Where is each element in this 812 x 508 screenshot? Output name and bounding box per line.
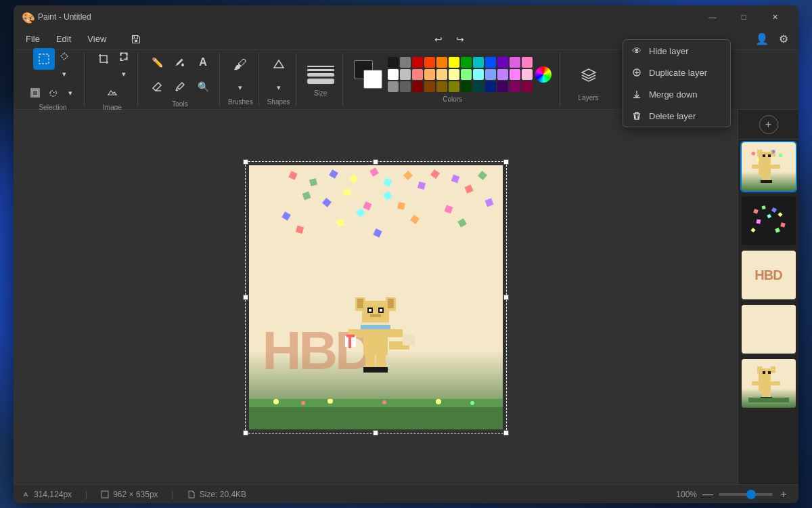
- svg-rect-65: [768, 371, 771, 374]
- zoom-tool[interactable]: 🔍: [192, 76, 214, 98]
- profile-button[interactable]: 👤: [752, 30, 771, 49]
- color-swatch-row2-10[interactable]: [510, 69, 520, 80]
- color-swatch-row2-2[interactable]: [412, 69, 423, 80]
- color-swatch-row3-0[interactable]: [388, 81, 399, 92]
- color-swatch-row1-2[interactable]: [412, 57, 423, 68]
- svg-rect-56: [756, 219, 761, 224]
- image-select[interactable]: [104, 85, 120, 101]
- background-color[interactable]: [363, 70, 382, 89]
- zoom-slider-thumb[interactable]: [746, 490, 756, 499]
- color-swatch-row3-5[interactable]: [449, 81, 459, 92]
- color-swatch-row3-10[interactable]: [510, 81, 520, 92]
- canvas-area[interactable]: HBD: [14, 110, 738, 484]
- layer-item-5[interactable]: [742, 359, 796, 408]
- color-swatch-row1-8[interactable]: [485, 57, 496, 68]
- handle-top-left[interactable]: [243, 159, 248, 165]
- color-swatch-row2-11[interactable]: [522, 69, 533, 80]
- svg-rect-25: [348, 335, 351, 348]
- maximize-button[interactable]: □: [728, 5, 759, 28]
- menu-file[interactable]: File: [19, 31, 47, 47]
- layer-item-1[interactable]: [742, 142, 796, 191]
- size-option-1[interactable]: [307, 66, 334, 67]
- color-swatch-row3-1[interactable]: [400, 81, 411, 92]
- handle-top-middle[interactable]: [373, 159, 378, 165]
- color-swatch-row2-7[interactable]: [473, 69, 484, 80]
- resize-tool[interactable]: [116, 48, 132, 64]
- size-option-3[interactable]: [307, 73, 334, 77]
- color-swatch-row1-0[interactable]: [388, 57, 399, 68]
- image-dropdown[interactable]: ▾: [116, 66, 132, 82]
- layer-item-2[interactable]: [742, 196, 796, 245]
- select-custom-tool[interactable]: [56, 48, 72, 64]
- minimize-button[interactable]: —: [697, 5, 728, 28]
- color-swatch-row2-9[interactable]: [497, 69, 508, 80]
- handle-middle-left[interactable]: [243, 295, 248, 300]
- color-swatch-row2-1[interactable]: [400, 69, 411, 80]
- text-tool[interactable]: A: [192, 51, 214, 73]
- handle-top-right[interactable]: [503, 159, 509, 165]
- layer-item-3[interactable]: HBD: [742, 251, 796, 299]
- close-button[interactable]: ✕: [759, 5, 790, 28]
- add-layer-button[interactable]: +: [759, 115, 778, 134]
- select-options[interactable]: ▾: [62, 85, 78, 101]
- color-swatch-row3-2[interactable]: [412, 81, 423, 92]
- color-swatch-row3-6[interactable]: [461, 81, 472, 92]
- select-dropdown[interactable]: ▾: [56, 66, 72, 82]
- layer-item-4[interactable]: [742, 305, 796, 354]
- color-wheel-button[interactable]: [535, 66, 551, 83]
- menu-edit[interactable]: Edit: [49, 31, 78, 47]
- shapes-dropdown[interactable]: ▾: [271, 79, 287, 96]
- size-option-4[interactable]: [307, 79, 334, 84]
- color-swatch-row1-9[interactable]: [497, 57, 508, 68]
- color-swatch-row3-8[interactable]: [485, 81, 496, 92]
- handle-bottom-middle[interactable]: [373, 430, 378, 436]
- color-swatch-row2-8[interactable]: [485, 69, 496, 80]
- eyedropper-tool[interactable]: [169, 76, 191, 98]
- menu-view[interactable]: View: [81, 31, 113, 47]
- select-freeform[interactable]: [45, 85, 61, 101]
- color-swatch-row1-4[interactable]: [436, 57, 447, 68]
- shapes-tool[interactable]: [268, 54, 290, 75]
- select-all-tool[interactable]: [27, 85, 43, 101]
- layers-button[interactable]: [571, 58, 606, 93]
- color-swatch-row1-6[interactable]: [461, 57, 472, 68]
- color-swatch-row1-5[interactable]: [449, 57, 459, 68]
- svg-rect-28: [249, 399, 503, 407]
- context-menu-delete-layer[interactable]: Delete layer: [623, 110, 730, 127]
- color-swatch-row1-10[interactable]: [510, 57, 520, 68]
- color-swatch-row3-7[interactable]: [473, 81, 484, 92]
- brush-dropdown[interactable]: ▾: [232, 79, 248, 96]
- handle-middle-right[interactable]: [503, 295, 509, 300]
- app-window: 🎨 Paint - Untitled — □ ✕ File Edit View …: [14, 5, 798, 503]
- save-button[interactable]: [127, 30, 145, 49]
- color-swatch-row2-5[interactable]: [449, 69, 459, 80]
- zoom-out-button[interactable]: —: [701, 488, 715, 501]
- handle-bottom-left[interactable]: [243, 430, 248, 436]
- brush-tool[interactable]: 🖌: [229, 54, 251, 75]
- zoom-slider[interactable]: [719, 493, 773, 496]
- size-option-2[interactable]: [307, 69, 334, 71]
- settings-button[interactable]: ⚙: [774, 30, 793, 49]
- color-swatch-row2-3[interactable]: [424, 69, 435, 80]
- pencil-tool[interactable]: ✏️: [146, 51, 168, 73]
- redo-button[interactable]: ↪: [451, 30, 470, 49]
- handle-bottom-right[interactable]: [503, 430, 509, 436]
- color-swatch-row1-11[interactable]: [522, 57, 533, 68]
- color-swatch-row1-3[interactable]: [424, 57, 435, 68]
- eraser-tool[interactable]: [146, 76, 168, 98]
- color-swatch-row2-6[interactable]: [461, 69, 472, 80]
- color-swatch-row2-0[interactable]: [388, 69, 399, 80]
- select-rect-tool[interactable]: [33, 48, 55, 70]
- crop-tool[interactable]: [93, 48, 114, 70]
- fill-tool[interactable]: [169, 51, 191, 73]
- zoom-in-button[interactable]: +: [777, 488, 790, 501]
- undo-button[interactable]: ↩: [429, 30, 448, 49]
- color-swatch-row3-9[interactable]: [497, 81, 508, 92]
- pixel-character: [335, 294, 416, 396]
- color-swatch-row3-11[interactable]: [522, 81, 533, 92]
- color-swatch-row1-7[interactable]: [473, 57, 484, 68]
- color-swatch-row3-4[interactable]: [436, 81, 447, 92]
- color-swatch-row2-4[interactable]: [436, 69, 447, 80]
- color-swatch-row1-1[interactable]: [400, 57, 411, 68]
- color-swatch-row3-3[interactable]: [424, 81, 435, 92]
